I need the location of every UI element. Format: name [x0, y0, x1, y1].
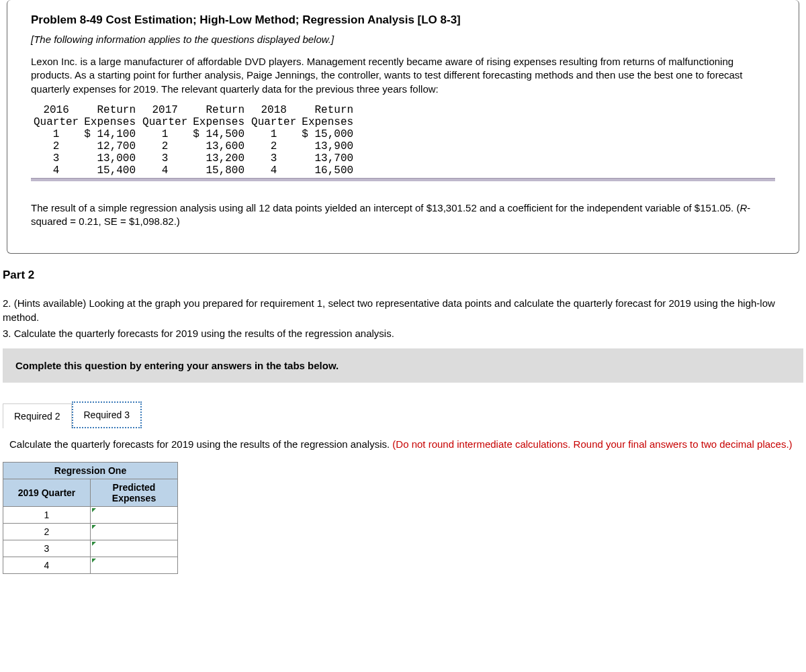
data-table-wrap: 2016 Return 2017 Return 2018 Return Quar… [31, 104, 775, 183]
table-header-row2: Quarter Expenses Quarter Expenses Quarte… [31, 116, 357, 128]
input-cell-q4[interactable] [91, 557, 178, 574]
regression-note: The result of a simple regression analys… [31, 201, 775, 229]
complete-instruction: Complete this question by entering your … [3, 348, 803, 383]
expenses-label: Expenses [81, 116, 140, 128]
answer-table: Regression One 2019 Quarter Predicted Ex… [3, 462, 178, 574]
year-2017: 2017 [140, 104, 190, 116]
quarter-label: Quarter [249, 116, 299, 128]
tab-required-3[interactable]: Required 3 [72, 401, 142, 428]
predicted-input-q4[interactable] [91, 558, 177, 573]
problem-title: Problem 8-49 Cost Estimation; High-Low M… [31, 13, 775, 27]
year-2016: 2016 [31, 104, 81, 116]
predicted-input-q1[interactable] [91, 508, 177, 522]
table-row: 3 13,000 3 13,200 3 13,700 [31, 152, 357, 164]
table-row: 4 15,400 4 15,800 4 16,500 [31, 164, 357, 177]
data-table: 2016 Return 2017 Return 2018 Return Quar… [31, 104, 357, 177]
col-predicted: Predicted Expenses [91, 479, 178, 507]
table-header-row1: 2016 Return 2017 Return 2018 Return [31, 104, 357, 116]
triangle-icon [92, 525, 96, 529]
triangle-icon [92, 508, 96, 512]
answer-row: 3 [3, 540, 178, 557]
part-label: Part 2 [3, 269, 806, 282]
problem-container: Problem 8-49 Cost Estimation; High-Low M… [7, 0, 799, 254]
tab-required-2[interactable]: Required 2 [3, 403, 72, 428]
tab-panel: Calculate the quarterly forecasts for 20… [3, 428, 803, 461]
triangle-icon [92, 559, 96, 563]
input-cell-q1[interactable] [91, 507, 178, 524]
scroll-track[interactable] [31, 178, 775, 181]
input-cell-q3[interactable] [91, 540, 178, 557]
quarter-label: Quarter [31, 116, 81, 128]
col-quarter: 2019 Quarter [3, 479, 91, 507]
panel-instruction: Calculate the quarterly forecasts for 20… [9, 438, 392, 450]
expenses-label: Expenses [299, 116, 357, 128]
answer-row: 1 [3, 507, 178, 524]
answer-row: 4 [3, 557, 178, 574]
panel-hint: (Do not round intermediate calculations.… [392, 438, 792, 450]
return-label: Return [81, 104, 140, 116]
answer-row: 2 [3, 524, 178, 540]
input-cell-q2[interactable] [91, 524, 178, 540]
tabs-row: Required 2 Required 3 [3, 401, 803, 428]
triangle-icon [92, 542, 96, 546]
problem-intro: Lexon Inc. is a large manufacturer of af… [31, 55, 775, 96]
return-label: Return [299, 104, 357, 116]
predicted-input-q3[interactable] [91, 541, 177, 556]
answer-top-header: Regression One [3, 463, 178, 479]
table-row: 1 $ 14,100 1 $ 14,500 1 $ 15,000 [31, 128, 357, 140]
expenses-label: Expenses [190, 116, 249, 128]
table-row: 2 12,700 2 13,600 2 13,900 [31, 140, 357, 152]
year-2018: 2018 [249, 104, 299, 116]
question-2: 2. (Hints available) Looking at the grap… [3, 297, 803, 324]
predicted-input-q2[interactable] [91, 524, 177, 539]
info-line: [The following information applies to th… [31, 34, 775, 45]
return-label: Return [190, 104, 249, 116]
question-3: 3. Calculate the quarterly forecasts for… [3, 327, 803, 340]
quarter-label: Quarter [140, 116, 190, 128]
